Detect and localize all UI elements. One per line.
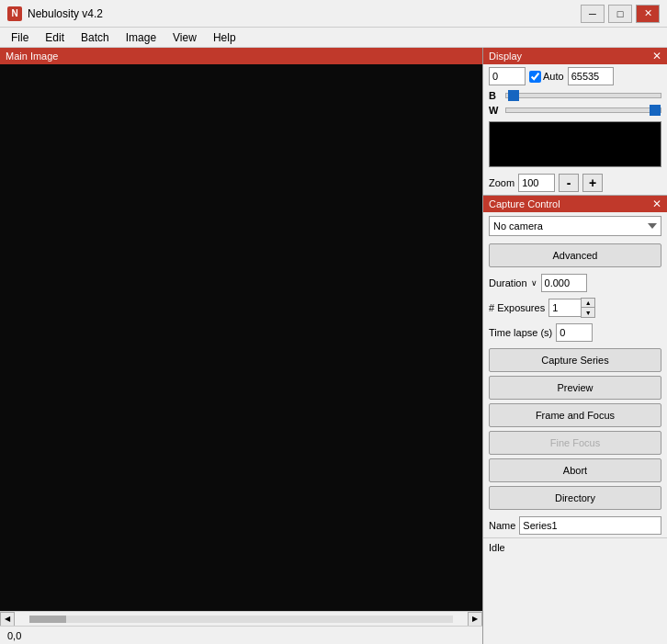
horizontal-scrollbar[interactable]: ◀ ▶	[0, 611, 482, 626]
status-idle-bar: Idle	[483, 537, 667, 556]
right-panel: Display ✕ Auto B W	[483, 48, 667, 644]
display-section: Display ✕ Auto B W	[483, 48, 667, 196]
zoom-label: Zoom	[489, 177, 514, 188]
white-slider-label: W	[489, 105, 502, 116]
maximize-button[interactable]: □	[608, 5, 632, 23]
timelapse-label: Time lapse (s)	[489, 327, 552, 338]
scroll-track[interactable]	[29, 616, 453, 623]
capture-close-button[interactable]: ✕	[652, 198, 661, 210]
color-preview	[489, 121, 661, 167]
preview-button[interactable]: Preview	[489, 376, 661, 400]
white-slider-thumb[interactable]	[650, 105, 661, 116]
scroll-thumb[interactable]	[29, 616, 66, 623]
menu-image[interactable]: Image	[119, 29, 164, 46]
name-label: Name	[489, 520, 515, 531]
zoom-input[interactable]	[518, 174, 555, 192]
duration-label: Duration	[489, 277, 527, 288]
black-slider-track[interactable]	[505, 93, 661, 98]
exposures-label: # Exposures	[489, 302, 545, 313]
status-bar: 0,0	[0, 626, 482, 644]
black-slider-thumb[interactable]	[508, 90, 519, 101]
menu-batch[interactable]: Batch	[73, 29, 117, 46]
menu-edit[interactable]: Edit	[38, 29, 72, 46]
main-layout: Main Image ◀ ▶ 0,0 Display ✕ Au	[0, 48, 667, 644]
auto-checkbox-label[interactable]: Auto	[529, 71, 564, 83]
white-input[interactable]	[568, 67, 614, 85]
display-black-row: Auto	[483, 64, 667, 88]
black-slider-row: B	[483, 88, 667, 103]
name-row: Name	[483, 514, 667, 537]
black-slider-label: B	[489, 90, 502, 101]
timelapse-input[interactable]	[556, 323, 593, 342]
display-title-bar: Display ✕	[483, 48, 667, 64]
camera-select[interactable]: No camera	[489, 216, 661, 236]
exposures-spinner: ▲ ▼	[548, 298, 595, 318]
zoom-minus-button[interactable]: -	[559, 174, 579, 192]
exposures-up-button[interactable]: ▲	[582, 299, 594, 308]
capture-series-button[interactable]: Capture Series	[489, 348, 661, 372]
minimize-button[interactable]: ─	[581, 5, 605, 23]
name-input[interactable]	[519, 516, 661, 535]
fine-focus-button[interactable]: Fine Focus	[489, 431, 661, 455]
title-bar: N Nebulosity v4.2 ─ □ ✕	[0, 0, 667, 28]
exposures-down-button[interactable]: ▼	[582, 308, 594, 317]
capture-title: Capture Control	[489, 198, 560, 209]
display-close-button[interactable]: ✕	[652, 50, 661, 62]
zoom-plus-button[interactable]: +	[582, 174, 603, 192]
spin-buttons: ▲ ▼	[581, 298, 595, 318]
exposures-row: # Exposures ▲ ▼	[483, 295, 667, 321]
scroll-right-arrow[interactable]: ▶	[468, 612, 482, 627]
duration-dropdown[interactable]: Duration ∨	[489, 277, 537, 288]
app-icon: N	[7, 6, 22, 21]
abort-button[interactable]: Abort	[489, 458, 661, 482]
timelapse-row: Time lapse (s)	[483, 321, 667, 345]
image-area[interactable]	[0, 64, 482, 611]
menu-help[interactable]: Help	[206, 29, 243, 46]
duration-chevron-icon[interactable]: ∨	[531, 278, 537, 288]
app-title: Nebulosity v4.2	[28, 7, 103, 20]
advanced-button[interactable]: Advanced	[489, 243, 661, 267]
left-panel: Main Image ◀ ▶ 0,0	[0, 48, 483, 644]
menu-view[interactable]: View	[165, 29, 204, 46]
capture-title-bar: Capture Control ✕	[483, 196, 667, 212]
menu-file[interactable]: File	[4, 29, 36, 46]
exposures-input[interactable]	[548, 299, 581, 317]
display-title: Display	[489, 51, 522, 62]
capture-control-section: Capture Control ✕ No camera Advanced Dur…	[483, 196, 667, 644]
close-button[interactable]: ✕	[636, 5, 660, 23]
white-slider-row: W	[483, 103, 667, 118]
idle-status: Idle	[489, 542, 505, 553]
scroll-left-arrow[interactable]: ◀	[0, 612, 15, 627]
black-input[interactable]	[489, 67, 526, 85]
frame-and-focus-button[interactable]: Frame and Focus	[489, 403, 661, 427]
coords-display: 0,0	[7, 630, 21, 641]
main-image-title: Main Image	[0, 48, 482, 64]
duration-input[interactable]	[541, 274, 587, 292]
white-slider-track[interactable]	[505, 107, 661, 113]
directory-button[interactable]: Directory	[489, 486, 661, 510]
menu-bar: File Edit Batch Image View Help	[0, 28, 667, 48]
auto-checkbox[interactable]	[529, 71, 541, 83]
duration-row: Duration ∨	[483, 271, 667, 295]
zoom-row: Zoom - +	[483, 171, 667, 195]
